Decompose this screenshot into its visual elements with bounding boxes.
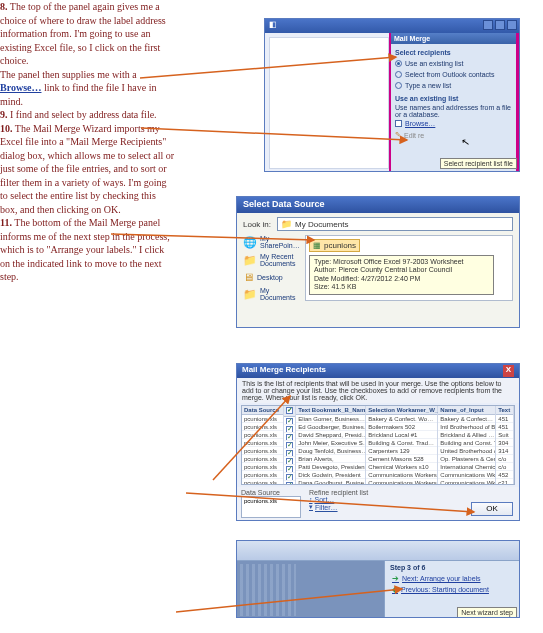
table-cell: Doug Tenfold, Business… (296, 447, 365, 455)
selected-file[interactable]: ▦ pcunions (309, 239, 360, 252)
table-cell: United Brotherhood of Ca… (438, 447, 495, 455)
col-hdr-name[interactable]: Text Bookmark_B_Nam… (296, 406, 365, 415)
table-row (284, 473, 295, 481)
table-cell: International Chemical W… (438, 463, 495, 471)
dialog-titlebar: Mail Merge Recipients X (237, 364, 519, 378)
radio-icon (395, 82, 402, 89)
cursor-icon: ↖ (460, 135, 470, 147)
close-icon[interactable]: X (503, 365, 514, 377)
place-sharepoint[interactable]: 🌐My SharePoin… (243, 235, 301, 249)
next-step-label: Next: Arrange your labels (402, 575, 481, 582)
recent-icon: 📁 (243, 254, 257, 267)
row-checkbox[interactable] (286, 418, 293, 425)
datasource-item: pcunions.xls (244, 498, 277, 504)
screenshot-mail-merge-recipients: Mail Merge Recipients X This is the list… (236, 363, 520, 521)
edit-recipient-link[interactable]: ✎Edit re (395, 131, 512, 139)
minimize-icon[interactable] (483, 20, 493, 30)
place-recent[interactable]: 📁My Recent Documents (243, 253, 301, 267)
datasource-list[interactable]: pcunions.xls (241, 496, 301, 518)
row-checkbox[interactable] (286, 426, 293, 433)
file-tooltip: Type: Microsoft Office Excel 97-2003 Wor… (309, 255, 494, 295)
table-cell: pcunions.xls (242, 471, 283, 479)
option-outlook-contacts-label: Select from Outlook contacts (405, 71, 494, 78)
filter-link[interactable]: ▾Filter… (309, 503, 368, 511)
arrow-left-icon: ◆ (392, 585, 398, 594)
selected-file-name: pcunions (324, 241, 356, 250)
step-11-body: The bottom of the Mail Merge panel infor… (0, 217, 170, 282)
option-existing-list[interactable]: Use an existing list (395, 60, 512, 67)
sort-icon: ↕ (309, 496, 313, 503)
screenshot-step3-panel: Step 3 of 6 ➔Next: Arrange your labels ◆… (236, 540, 520, 618)
tooltip-line: Author: Pierce County Central Labor Coun… (314, 266, 489, 274)
step-8-number: 8. (0, 1, 8, 12)
row-checkbox[interactable] (286, 450, 293, 457)
tooltip-line: Type: Microsoft Office Excel 97-2003 Wor… (314, 258, 489, 266)
work-area (237, 561, 384, 618)
edit-recipient-label: Edit re (404, 132, 424, 139)
close-icon[interactable] (507, 20, 517, 30)
place-documents[interactable]: 📁My Documents (243, 287, 301, 301)
lookin-dropdown[interactable]: 📁 My Documents (277, 217, 513, 231)
table-cell: Communications Workers (366, 471, 437, 479)
window-controls (483, 20, 517, 30)
desktop-icon: 🖥 (243, 271, 254, 283)
radio-icon (395, 60, 402, 67)
table-cell: 451 (496, 415, 513, 423)
table-cell: Cement Masons 528 (366, 455, 437, 463)
arrow-right-icon: ➔ (392, 574, 399, 583)
previous-step-link[interactable]: ◆Previous: Starting document (392, 585, 514, 594)
table-cell: pcunions.xls (242, 431, 283, 439)
table-cell: Op. Plasterers & Cem… (438, 455, 495, 463)
option-new-list[interactable]: Type a new list (395, 82, 512, 89)
place-desktop[interactable]: 🖥Desktop (243, 271, 301, 283)
screenshot-mail-merge-panel: ◧ Mail Merge Select recipients Use an ex… (264, 18, 520, 172)
col-hdr-union[interactable]: Selection Workamer_W_A… (366, 406, 437, 415)
filter-label: Filter… (315, 504, 338, 511)
row-checkbox[interactable] (286, 474, 293, 481)
col-hdr-check[interactable] (284, 406, 295, 417)
col-hdr-datasource[interactable]: Data Source (242, 406, 283, 415)
table-cell: pcunions.xls (242, 455, 283, 463)
globe-icon: 🌐 (243, 236, 257, 249)
excel-icon: ▦ (313, 241, 321, 250)
ok-button[interactable]: OK (471, 502, 513, 516)
lookin-value: My Documents (295, 220, 348, 229)
col-hdr-input[interactable]: Name_of_Input (438, 406, 495, 415)
refine-label: Refine recipient list (309, 489, 368, 496)
table-cell: Ed Goodberger, Busines… (296, 423, 365, 431)
row-checkbox[interactable] (286, 442, 293, 449)
next-step-link[interactable]: ➔Next: Arrange your labels (392, 574, 514, 583)
table-cell: Brickland & Allied … (438, 431, 495, 439)
step-8-instruction: 8. The top of the panel again gives me a… (0, 0, 175, 108)
window-title-icon: ◧ (269, 20, 277, 29)
dialog-description: This is the list of recipients that will… (237, 378, 519, 403)
file-list-pane[interactable]: ▦ pcunions Type: Microsoft Office Excel … (305, 235, 513, 301)
mail-merge-task-pane: Mail Merge Select recipients Use an exis… (389, 33, 519, 172)
sort-label: Sort… (315, 496, 335, 503)
table-cell: Intl Brotherhood of Boile… (438, 423, 495, 431)
sort-link[interactable]: ↕Sort… (309, 496, 368, 503)
use-existing-list-heading: Use an existing list (395, 95, 512, 102)
row-checkbox[interactable] (286, 434, 293, 441)
table-cell: pcunions.xls (242, 423, 283, 431)
row-checkbox[interactable] (286, 466, 293, 473)
filter-icon: ▾ (309, 503, 313, 511)
lookin-label: Look in: (243, 220, 271, 229)
tooltip-line: Size: 41.5 KB (314, 283, 489, 291)
dialog-title: Mail Merge Recipients (242, 365, 326, 377)
table-cell: John Meier, Executive S… (296, 439, 365, 447)
use-existing-list-desc: Use names and addresses from a file or a… (395, 104, 512, 118)
step-10-instruction: 10. The Mail Merge Wizard imports my Exc… (0, 122, 175, 217)
table-cell: Bakery & Confect. Wo… (366, 415, 437, 423)
row-checkbox[interactable] (286, 458, 293, 465)
browse-link[interactable]: Browse… (395, 120, 512, 127)
maximize-icon[interactable] (495, 20, 505, 30)
option-outlook-contacts[interactable]: Select from Outlook contacts (395, 71, 512, 78)
row-checkbox[interactable] (286, 482, 293, 485)
col-hdr-text[interactable]: Text (496, 406, 513, 415)
pencil-icon: ✎ (395, 131, 401, 139)
table-cell: Communications Workers (366, 479, 437, 485)
step-10-number: 10. (0, 123, 13, 134)
select-all-checkbox[interactable] (286, 407, 293, 414)
previous-step-label: Previous: Starting document (401, 586, 489, 593)
